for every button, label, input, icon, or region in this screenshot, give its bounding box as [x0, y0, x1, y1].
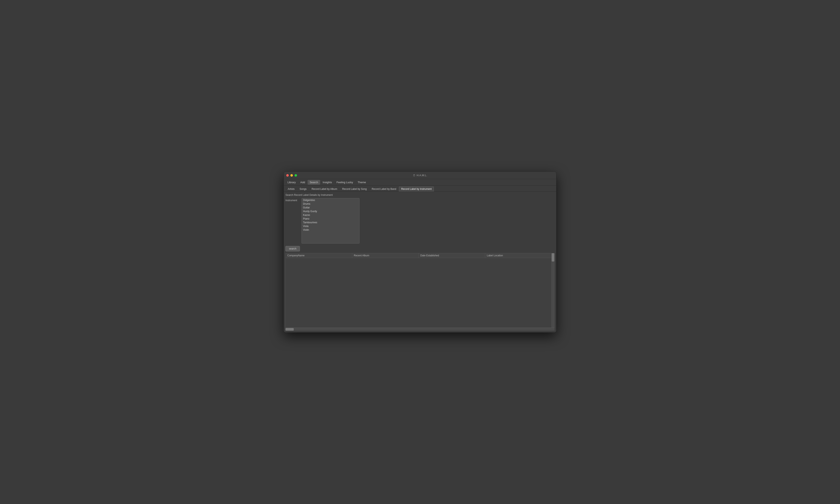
instrument-label: Instrument: [285, 198, 300, 202]
menu-add[interactable]: Add: [298, 180, 307, 185]
minimize-button[interactable]: [291, 174, 293, 177]
title-bar: 🗒 H.A.M.L.: [284, 172, 556, 179]
menu-search[interactable]: Search: [308, 180, 320, 185]
horizontal-scrollbar[interactable]: [285, 328, 555, 331]
tab-record-label-by-band[interactable]: Record Label by Band: [369, 186, 399, 192]
tab-record-label-by-instrument[interactable]: Record Label by Instrument: [399, 186, 434, 192]
menu-insights[interactable]: Insights: [320, 180, 334, 185]
tab-record-label-by-album[interactable]: Record Label by Album: [309, 186, 339, 192]
maximize-button[interactable]: [295, 174, 297, 177]
document-icon: 🗒: [413, 174, 416, 177]
table-body: [286, 258, 552, 328]
search-section-label: Search Record Label Details by Instrumen…: [285, 193, 555, 197]
col-label-location: Label Location: [485, 253, 552, 258]
col-recent-album: Recent Album: [352, 253, 419, 258]
menu-feeling-lucky[interactable]: Feeling Lucky: [334, 180, 355, 185]
table-header: CompanyName Recent Album Date Establishe…: [286, 253, 552, 258]
instrument-container: Instrument DidgeridooDrumsGuitarHurdy Gu…: [285, 198, 555, 244]
tab-bar: Artists Songs Record Label by Album Reco…: [284, 186, 556, 192]
top-area: Search Record Label Details by Instrumen…: [285, 193, 555, 251]
scrollbar-thumb: [552, 253, 554, 262]
instrument-listbox[interactable]: DidgeridooDrumsGuitarHurdy GurdyKazooPia…: [301, 198, 360, 244]
menu-library[interactable]: Library: [285, 180, 298, 185]
menu-theme[interactable]: Theme: [355, 180, 368, 185]
tab-artists[interactable]: Artists: [285, 186, 297, 192]
close-button[interactable]: [286, 174, 289, 177]
traffic-lights: [286, 174, 297, 177]
vertical-scrollbar[interactable]: [552, 253, 554, 328]
instrument-section: Search Record Label Details by Instrumen…: [285, 193, 555, 331]
app-window: 🗒 H.A.M.L. Library Add Search Insights F…: [284, 172, 556, 332]
menu-bar: Library Add Search Insights Feeling Luck…: [284, 179, 556, 186]
col-date-established: Date Established: [419, 253, 485, 258]
tab-songs[interactable]: Songs: [297, 186, 309, 192]
content-area: Search Record Label Details by Instrumen…: [284, 192, 556, 332]
window-title: 🗒 H.A.M.L.: [413, 174, 427, 177]
results-area: CompanyName Recent Album Date Establishe…: [285, 253, 555, 331]
col-company-name: CompanyName: [286, 253, 352, 258]
tab-record-label-by-song[interactable]: Record Label by Song: [340, 186, 369, 192]
h-scrollbar-thumb: [285, 328, 294, 331]
search-button[interactable]: search: [285, 246, 300, 251]
